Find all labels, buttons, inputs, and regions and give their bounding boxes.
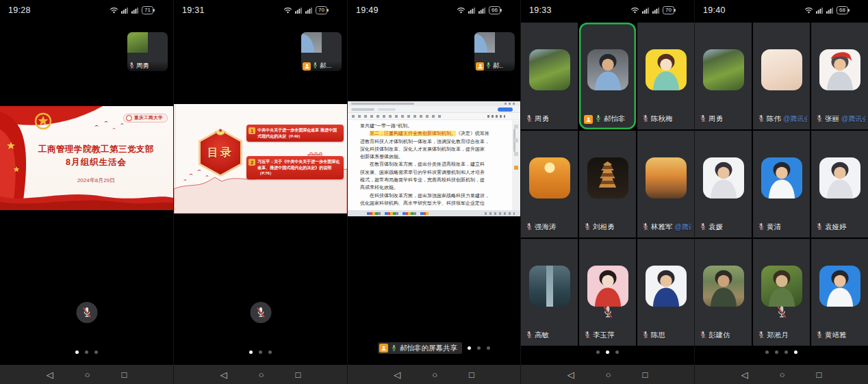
participant-name: 郝怡非 (604, 114, 626, 124)
participant-tile[interactable]: 黄靖雅 (811, 239, 868, 346)
document-ribbon (348, 113, 520, 120)
participant-tile[interactable]: 林雅军@腾讯… (637, 131, 694, 238)
back-button[interactable]: ◁ (220, 370, 227, 379)
thumbnail-label: 郝.. (474, 61, 515, 71)
mic-muted-icon (526, 114, 533, 124)
phone-screen-5: 19:4068周勇陈伟@腾讯会议张丽@腾讯会议袁媛黄清袁娅婷彭建仿郑淞月黄靖雅◁… (694, 0, 868, 384)
status-bar: 19:3370 (521, 0, 694, 21)
mic-muted-icon (700, 114, 706, 124)
status-icons: 68 (804, 6, 868, 14)
battery-indicator: 68 (837, 6, 848, 14)
participant-name: 陈伟 (767, 114, 781, 124)
recents-button[interactable]: □ (122, 370, 127, 379)
android-nav-bar: ◁○□ (521, 365, 694, 384)
participant-label: 李玉萍 (584, 331, 633, 340)
line-text: 进教育科技人才体制机制一体改革，强调深化教育综合改革， (360, 139, 489, 144)
status-icons: 71 (110, 6, 173, 14)
line-text: 创新体系整体效能。 (360, 154, 403, 159)
participant-tile[interactable]: 陈秋梅 (637, 23, 694, 129)
slide-title-line2: 8月组织生活会 (23, 157, 169, 168)
participant-name: 周勇 (709, 114, 723, 124)
back-button[interactable]: ◁ (741, 370, 748, 379)
home-button[interactable]: ○ (780, 370, 785, 379)
participant-tile[interactable]: 袁媛 (695, 131, 752, 238)
video-thumbnail[interactable]: 周勇 (127, 32, 168, 71)
home-button[interactable]: ○ (606, 370, 611, 379)
participant-tile[interactable]: 陈思 (637, 239, 694, 346)
recents-button[interactable]: □ (469, 370, 474, 379)
recents-button[interactable]: □ (643, 370, 648, 379)
mic-muted-icon (584, 222, 591, 232)
name-suffix: @腾讯会议 (841, 114, 865, 124)
participant-tile[interactable]: 陈伟@腾讯会议 (753, 23, 810, 129)
document-taskbar (348, 210, 520, 216)
page-dots (695, 350, 868, 354)
participant-tile[interactable]: 周勇 (695, 23, 752, 129)
mute-button[interactable] (76, 302, 97, 323)
screen-share-banner[interactable]: 郝怡非的屏幕共享 (378, 342, 462, 354)
mute-button[interactable] (776, 305, 787, 322)
status-time: 19:31 (174, 5, 205, 15)
wifi-icon (457, 7, 465, 14)
mic-muted-icon (758, 331, 765, 340)
participant-tile[interactable]: 袁娅婷 (811, 131, 868, 238)
video-thumbnail[interactable]: 郝.. (474, 32, 515, 71)
mute-button[interactable] (602, 305, 613, 322)
participant-avatar (587, 49, 628, 90)
participant-tile[interactable]: 高敏 (521, 239, 578, 346)
page-dot (794, 350, 797, 354)
recents-button[interactable]: □ (817, 370, 822, 379)
home-button[interactable]: ○ (259, 370, 264, 379)
participant-avatar (703, 266, 744, 307)
line-indent (360, 131, 370, 136)
participant-label: 周勇 (526, 114, 575, 124)
participant-tile[interactable]: 张丽@腾讯会议 (811, 23, 868, 129)
thumbnail-name: 郝.. (493, 62, 503, 71)
page-dot (94, 350, 98, 354)
participant-tile[interactable]: 李玉萍 (579, 239, 636, 346)
slide-toc-page: 目录★1中共中央关于进一步全面深化改革 推进中国式现代化的决定（P.49）2习近… (174, 104, 347, 214)
wifi-icon (283, 7, 292, 14)
participant-tile[interactable]: 刘相勇 (579, 131, 636, 238)
video-thumbnail[interactable]: 郝... (301, 32, 342, 71)
back-button[interactable]: ◁ (394, 370, 400, 379)
participant-tile[interactable]: 强海涛 (521, 131, 578, 238)
mic-muted-icon (526, 331, 533, 340)
toc-item-number: 1 (248, 127, 255, 134)
participant-label: 黄清 (758, 222, 807, 232)
participant-label: 袁媛 (700, 222, 749, 232)
participant-tile[interactable]: 彭建仿 (695, 239, 752, 346)
line-text: 优化国家科研机构、高水平研究型大学、科技领军企业定位 (360, 201, 485, 206)
participant-label: 黄靖雅 (816, 331, 865, 340)
toc-item: 1中共中央关于进一步全面深化改革 推进中国式现代化的决定（P.49） (246, 125, 344, 142)
back-button[interactable]: ◁ (47, 370, 53, 379)
slide-title-page: 重庆工商大学 工商管理学院教工第三党支部 8月组织生活会 2024年8月29日 (0, 106, 173, 210)
participant-tile[interactable]: 郝怡非 (579, 23, 636, 129)
home-button[interactable]: ○ (85, 370, 90, 379)
document-line: 量共建“一带一路”机制。 (360, 123, 507, 130)
thumbnail-avatar (474, 32, 495, 53)
participant-tile[interactable]: 郑淞月 (753, 239, 810, 346)
participant-avatar (819, 49, 860, 90)
status-time: 19:28 (0, 5, 31, 15)
participant-name: 高敏 (535, 331, 549, 340)
participant-avatar (819, 266, 860, 307)
back-button[interactable]: ◁ (567, 370, 574, 379)
participant-name: 陈秋梅 (651, 114, 673, 124)
phone-screen-2: 19:3170郝... 目录★1中共中央关于进一步全面深化改革 推进中国式现代化… (173, 0, 347, 384)
participant-avatar (646, 157, 687, 199)
status-bar: 19:4966 (348, 0, 520, 21)
page-dot (468, 346, 471, 350)
participant-tile[interactable]: 周勇 (521, 23, 578, 129)
mic-muted-icon (584, 331, 591, 340)
recents-button[interactable]: □ (296, 370, 301, 379)
page-dot (268, 350, 272, 354)
participant-avatar (819, 157, 860, 199)
home-button[interactable]: ○ (432, 370, 437, 379)
participant-tile[interactable]: 黄清 (753, 131, 810, 238)
page-dot (606, 350, 609, 354)
document-line: 创新体系整体效能。 (360, 153, 507, 161)
mute-button[interactable] (250, 302, 271, 323)
document-scrollbar (511, 120, 520, 210)
status-bar: 19:4068 (695, 0, 868, 21)
